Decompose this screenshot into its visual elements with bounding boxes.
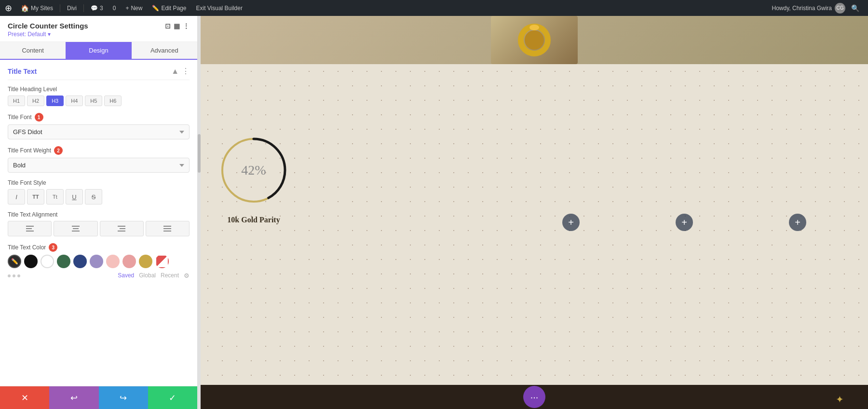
heading-h6-btn[interactable]: H6 bbox=[104, 95, 122, 106]
plus-btn-1[interactable]: + bbox=[562, 214, 580, 231]
fab-dots-icon: ··· bbox=[530, 392, 539, 403]
plus-btn-2[interactable]: + bbox=[676, 214, 693, 231]
howdy-label: Howdy, Christina Gwira CG bbox=[772, 3, 845, 14]
swatch-pencil[interactable]: ✏️ bbox=[8, 255, 21, 268]
dots-icon[interactable]: ⋮ bbox=[183, 22, 190, 30]
swatch-lavender[interactable] bbox=[90, 255, 103, 268]
title-font-style-label: Title Font Style bbox=[8, 179, 190, 186]
title-font-select[interactable]: GFS Didot bbox=[8, 124, 190, 139]
title-heading-level-label: Title Heading Level bbox=[8, 86, 190, 93]
panel-footer: ✕ ↩ ↪ ✓ bbox=[0, 386, 197, 409]
swatch-pink[interactable] bbox=[106, 255, 120, 268]
heading-h3-btn[interactable]: H3 bbox=[46, 95, 64, 106]
dot-1 bbox=[8, 274, 11, 277]
window-icon[interactable]: ⊡ bbox=[165, 22, 171, 30]
swatch-white[interactable] bbox=[41, 255, 54, 268]
field-title-font-weight: Title Font Weight 2 Bold bbox=[8, 146, 190, 173]
canvas-content: 42% 10k Gold Parity + + + + bbox=[201, 64, 868, 385]
panel-preset[interactable]: Preset: Default ▾ bbox=[8, 31, 190, 38]
section-title-text: Title Text bbox=[8, 68, 37, 75]
dot-3 bbox=[17, 274, 20, 277]
heading-h2-btn[interactable]: H2 bbox=[27, 95, 44, 106]
pencil-swatch-icon: ✏️ bbox=[11, 258, 18, 265]
badge-2: 2 bbox=[54, 146, 63, 155]
title-font-weight-select[interactable]: Bold bbox=[8, 158, 190, 173]
my-sites-label: My Sites bbox=[31, 5, 53, 12]
svg-rect-5 bbox=[72, 231, 80, 232]
ring-svg bbox=[515, 21, 554, 59]
heading-h5-btn[interactable]: H5 bbox=[85, 95, 102, 106]
style-underline-btn[interactable]: U bbox=[66, 189, 83, 204]
style-italic-btn[interactable]: I bbox=[8, 189, 25, 204]
columns-icon[interactable]: ▦ bbox=[174, 22, 180, 30]
redo-button[interactable]: ↪ bbox=[99, 386, 148, 409]
saved-action[interactable]: Saved bbox=[118, 272, 134, 279]
exit-builder-item[interactable]: Exit Visual Builder bbox=[192, 0, 246, 16]
svg-rect-10 bbox=[163, 228, 171, 229]
cancel-button[interactable]: ✕ bbox=[0, 386, 49, 409]
new-item[interactable]: + New bbox=[122, 0, 146, 16]
star-icon: ✦ bbox=[836, 394, 844, 405]
heading-h1-btn[interactable]: H1 bbox=[8, 95, 25, 106]
panel-header: Circle Counter Settings ⊡ ▦ ⋮ Preset: De… bbox=[0, 16, 197, 42]
align-left-btn[interactable] bbox=[8, 221, 52, 236]
search-icon[interactable]: 🔍 bbox=[847, 4, 863, 12]
swatch-black[interactable] bbox=[24, 255, 38, 268]
align-justify-btn[interactable] bbox=[146, 221, 190, 236]
swatch-red[interactable] bbox=[155, 255, 169, 268]
home-icon: 🏠 bbox=[21, 4, 29, 12]
field-title-font-style: Title Font Style I TT Tt U S bbox=[8, 179, 190, 204]
divi-item[interactable]: Divi bbox=[63, 0, 81, 16]
swatch-green[interactable] bbox=[57, 255, 70, 268]
swatch-gold[interactable] bbox=[139, 255, 152, 268]
section-menu-icon[interactable]: ⋮ bbox=[182, 67, 190, 76]
swatch-blue[interactable] bbox=[73, 255, 87, 268]
fab-button[interactable]: ··· bbox=[523, 386, 545, 408]
align-right-btn[interactable] bbox=[100, 221, 144, 236]
wp-logo-icon[interactable]: ⊕ bbox=[5, 3, 12, 14]
tab-content[interactable]: Content bbox=[0, 42, 66, 59]
admin-bar: ⊕ 🏠 My Sites Divi 💬 3 0 + New ✏️ Edit Pa… bbox=[0, 0, 868, 16]
svg-rect-9 bbox=[163, 226, 171, 227]
section-controls: ▲ ⋮ bbox=[171, 67, 190, 76]
divi-label: Divi bbox=[67, 5, 77, 12]
style-strikethrough-btn[interactable]: S bbox=[85, 189, 102, 204]
new-label: New bbox=[131, 5, 142, 12]
plus-btn-3[interactable]: + bbox=[789, 214, 806, 231]
dot-2 bbox=[13, 274, 15, 277]
svg-rect-4 bbox=[73, 228, 79, 229]
svg-rect-8 bbox=[118, 231, 125, 232]
style-tt-btn[interactable]: TT bbox=[27, 189, 44, 204]
color-dots bbox=[8, 274, 20, 277]
collapse-icon[interactable]: ▲ bbox=[171, 67, 179, 76]
comments-item[interactable]: 💬 3 bbox=[87, 0, 107, 16]
undo-button[interactable]: ↩ bbox=[49, 386, 98, 409]
swatch-rose[interactable] bbox=[122, 255, 136, 268]
bubble-count: 0 bbox=[113, 5, 116, 12]
alignment-buttons bbox=[8, 221, 190, 236]
align-center-btn[interactable] bbox=[54, 221, 97, 236]
save-button[interactable]: ✓ bbox=[148, 386, 197, 409]
circle-counter-widget: 42% 10k Gold Parity bbox=[215, 132, 292, 224]
heading-h4-btn[interactable]: H4 bbox=[66, 95, 83, 106]
recent-action[interactable]: Recent bbox=[161, 272, 179, 279]
color-gear-icon[interactable]: ⚙ bbox=[184, 272, 190, 279]
style-tt2-btn[interactable]: Tt bbox=[46, 189, 64, 204]
title-text-section-header: Title Text ▲ ⋮ bbox=[8, 60, 190, 80]
edit-page-label: Edit Page bbox=[161, 5, 186, 12]
bubble-item[interactable]: 0 bbox=[109, 0, 120, 16]
avatar: CG bbox=[835, 3, 845, 14]
separator-2 bbox=[83, 4, 84, 12]
badge-3: 3 bbox=[49, 243, 57, 252]
canvas-area: 42% 10k Gold Parity + + + + ··· ✦ bbox=[201, 16, 868, 409]
tab-design[interactable]: Design bbox=[66, 42, 131, 59]
svg-point-14 bbox=[529, 25, 539, 30]
canvas-bottom-bar: ··· ✦ bbox=[201, 385, 868, 409]
my-sites-item[interactable]: 🏠 My Sites bbox=[17, 0, 57, 16]
title-font-weight-label: Title Font Weight 2 bbox=[8, 146, 190, 155]
global-action[interactable]: Global bbox=[139, 272, 156, 279]
edit-page-item[interactable]: ✏️ Edit Page bbox=[148, 0, 190, 16]
tab-advanced[interactable]: Advanced bbox=[132, 42, 197, 59]
field-title-text-color: Title Text Color 3 ✏️ bbox=[8, 243, 190, 279]
cancel-icon: ✕ bbox=[21, 393, 28, 403]
